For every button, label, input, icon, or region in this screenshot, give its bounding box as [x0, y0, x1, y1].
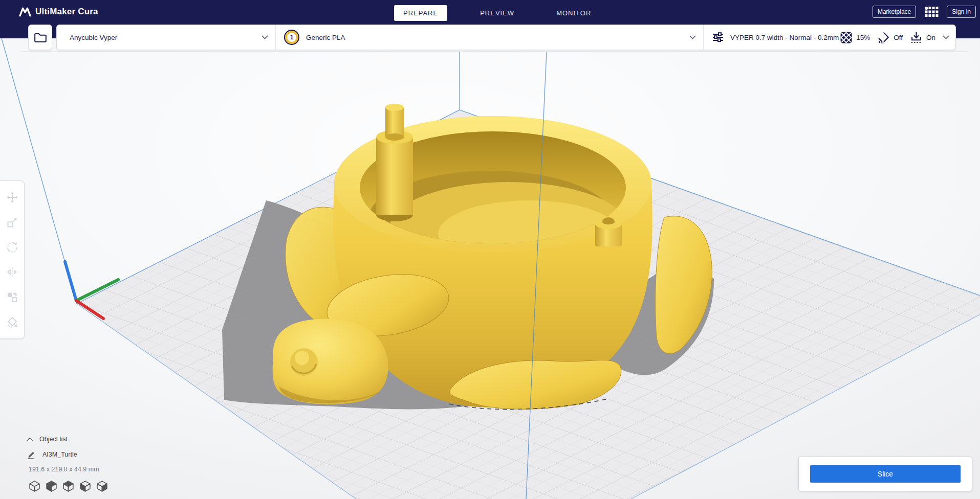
model-tools-panel	[0, 180, 25, 339]
open-file-button[interactable]	[28, 25, 52, 50]
support-blocker-button[interactable]	[5, 314, 20, 330]
marketplace-button[interactable]: Marketplace	[873, 6, 916, 18]
adhesion-value: On	[926, 34, 935, 41]
printer-name: Anycubic Vyper	[70, 34, 117, 41]
pencil-icon	[27, 449, 36, 459]
printer-selector[interactable]: Anycubic Vyper	[57, 25, 275, 50]
move-tool-button[interactable]	[5, 190, 20, 205]
folder-icon	[34, 31, 47, 43]
view-3d-icon[interactable]	[29, 480, 40, 492]
cura-window: { "header": { "app_title": "UltiMaker Cu…	[0, 0, 980, 499]
apps-grid-icon[interactable]	[924, 6, 939, 17]
chevron-down-icon	[689, 35, 696, 39]
model-dimensions: 191.6 x 219.8 x 44.9 mm	[29, 466, 108, 473]
viewport-3d[interactable]	[0, 0, 980, 499]
extruder-badge: 1	[284, 30, 299, 45]
print-settings-icon	[712, 31, 724, 43]
tab-prepare[interactable]: PREPARE	[394, 5, 447, 21]
ultimaker-logo-icon	[18, 7, 32, 17]
view-front-icon[interactable]	[46, 480, 57, 492]
per-model-settings-button[interactable]	[5, 289, 20, 305]
infill-icon	[840, 31, 853, 44]
object-list-panel: Object list AI3M_Turtle 191.6 x 219.8 x …	[27, 436, 108, 492]
sign-in-button[interactable]: Sign in	[947, 6, 976, 18]
chevron-down-icon	[262, 35, 268, 39]
adhesion-icon	[910, 31, 923, 44]
view-top-icon[interactable]	[62, 480, 74, 492]
tab-monitor[interactable]: MONITOR	[547, 5, 600, 21]
tab-preview[interactable]: PREVIEW	[471, 5, 524, 21]
scale-tool-button[interactable]	[5, 215, 20, 230]
camera-view-buttons	[29, 480, 108, 492]
chevron-up-icon	[27, 437, 33, 441]
app-logo: UltiMaker Cura	[18, 7, 98, 17]
profile-summary: VYPER 0.7 width - Normal - 0.2mm	[730, 34, 839, 41]
action-panel: Slice	[798, 457, 972, 491]
model-peg-small	[595, 217, 622, 246]
print-settings-selector[interactable]: VYPER 0.7 width - Normal - 0.2mm 15% Off	[703, 25, 955, 50]
app-title: UltiMaker Cura	[35, 7, 98, 17]
support-value: Off	[894, 34, 903, 41]
view-right-icon[interactable]	[96, 480, 108, 492]
object-list-header[interactable]: Object list	[27, 436, 108, 443]
model-name: AI3M_Turtle	[42, 451, 77, 458]
view-left-icon[interactable]	[79, 480, 91, 492]
material-selector[interactable]: 1 Generic PLA	[275, 25, 703, 50]
rotate-tool-button[interactable]	[5, 240, 20, 255]
stage-tabs: PREPARE PREVIEW MONITOR	[394, 5, 600, 21]
mirror-tool-button[interactable]	[5, 264, 20, 280]
slice-button[interactable]: Slice	[810, 465, 961, 483]
object-list-label: Object list	[39, 436, 68, 443]
infill-value: 15%	[856, 34, 870, 41]
object-list-item[interactable]: AI3M_Turtle	[27, 449, 108, 459]
support-icon	[877, 31, 890, 44]
configuration-bar: Anycubic Vyper 1 Generic PLA VYPER 0.7 w…	[56, 25, 956, 50]
chevron-down-icon[interactable]	[943, 35, 949, 39]
material-name: Generic PLA	[306, 34, 345, 41]
model-head	[273, 319, 388, 404]
